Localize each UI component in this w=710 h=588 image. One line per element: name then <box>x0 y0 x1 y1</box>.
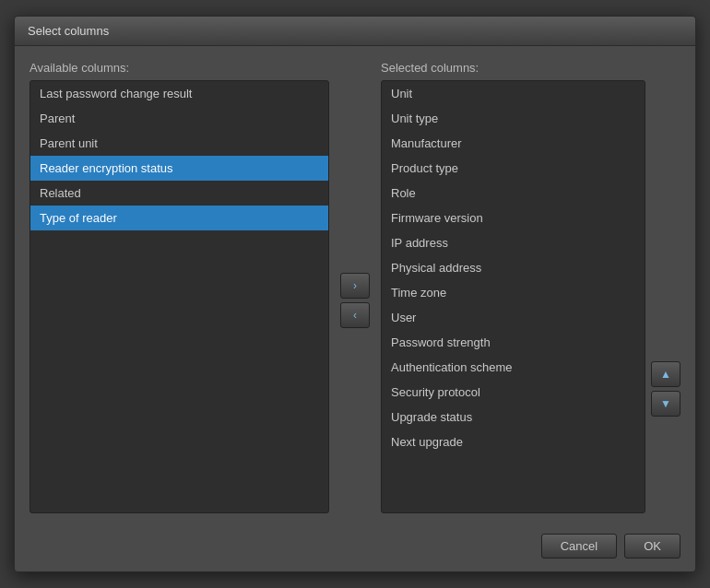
selected-item-upgrade-status[interactable]: Upgrade status <box>382 405 645 429</box>
dialog-body: Available columns: Last password change … <box>15 46 695 524</box>
available-item-parent-unit[interactable]: Parent unit <box>30 131 328 156</box>
move-left-button[interactable]: ‹ <box>340 302 370 328</box>
available-panel: Available columns: Last password change … <box>30 61 329 513</box>
selected-item-security-protocol[interactable]: Security protocol <box>382 380 645 405</box>
selected-panel: Selected columns: UnitUnit typeManufactu… <box>381 61 680 513</box>
move-right-button[interactable]: › <box>340 273 370 299</box>
selected-item-product-type[interactable]: Product type <box>382 156 645 181</box>
arrow-panel: › ‹ <box>340 61 370 328</box>
selected-item-unit-type[interactable]: Unit type <box>382 106 645 131</box>
available-item-last-password[interactable]: Last password change result <box>30 81 328 106</box>
move-down-button[interactable]: ▼ <box>651 391 680 417</box>
selected-item-next-upgrade[interactable]: Next upgrade <box>382 429 645 454</box>
selected-item-manufacturer[interactable]: Manufacturer <box>382 131 645 156</box>
selected-item-time-zone[interactable]: Time zone <box>382 280 645 305</box>
available-list-container: Last password change resultParentParent … <box>30 80 329 513</box>
select-columns-dialog: Select columns Available columns: Last p… <box>14 16 696 572</box>
selected-list-container: UnitUnit typeManufacturerProduct typeRol… <box>381 80 645 513</box>
dialog-title: Select columns <box>15 17 695 46</box>
reorder-arrows: ▲ ▼ <box>651 80 680 513</box>
columns-section: Available columns: Last password change … <box>30 61 680 513</box>
selected-list[interactable]: UnitUnit typeManufacturerProduct typeRol… <box>382 81 645 512</box>
selected-item-ip-address[interactable]: IP address <box>382 230 645 255</box>
selected-item-physical-address[interactable]: Physical address <box>382 255 645 280</box>
selected-item-unit[interactable]: Unit <box>382 81 645 106</box>
available-item-reader-encryption[interactable]: Reader encryption status <box>30 156 328 181</box>
selected-item-firmware-version[interactable]: Firmware version <box>382 206 645 230</box>
cancel-button[interactable]: Cancel <box>541 534 617 559</box>
footer: Cancel OK <box>15 524 695 571</box>
selected-item-user[interactable]: User <box>382 305 645 330</box>
available-label: Available columns: <box>30 61 329 75</box>
selected-item-role[interactable]: Role <box>382 181 645 206</box>
selected-label: Selected columns: <box>381 61 680 75</box>
available-item-type-of-reader[interactable]: Type of reader <box>30 206 328 230</box>
selected-item-password-strength[interactable]: Password strength <box>382 330 645 355</box>
move-up-button[interactable]: ▲ <box>651 361 680 387</box>
available-item-parent[interactable]: Parent <box>30 106 328 131</box>
available-item-related[interactable]: Related <box>30 181 328 206</box>
selected-item-authentication-scheme[interactable]: Authentication scheme <box>382 355 645 380</box>
available-list[interactable]: Last password change resultParentParent … <box>30 81 328 512</box>
ok-button[interactable]: OK <box>624 534 680 559</box>
